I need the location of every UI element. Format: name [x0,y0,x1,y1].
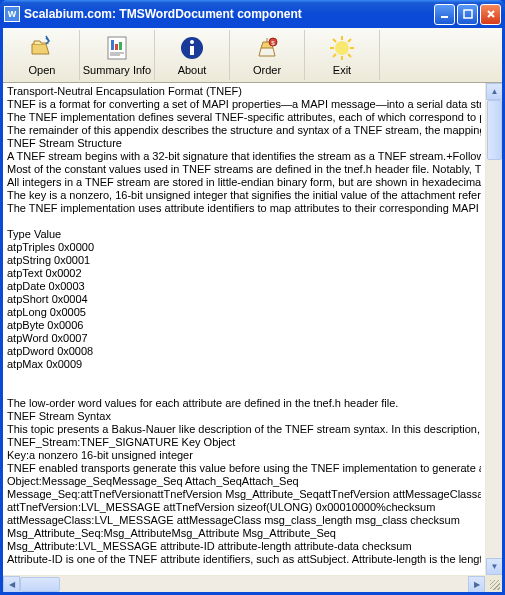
text-line: Msg_Attribute_Seq:Msg_AttributeMsg_Attri… [7,527,481,540]
text-line [7,371,481,384]
text-line: atpText 0x0002 [7,267,481,280]
text-line: TNEF Stream Syntax [7,410,481,423]
open-label: Open [29,64,56,76]
text-line: Most of the constant values used in TNEF… [7,163,481,176]
text-line: TNEF enabled transports generate this va… [7,462,481,475]
text-line: atpByte 0x0006 [7,319,481,332]
about-label: About [178,64,207,76]
open-button[interactable]: Open [5,30,80,80]
resize-grip[interactable] [485,575,502,592]
text-line: This topic presents a Bakus-Nauer like d… [7,423,481,436]
text-line: The TNEF implementation defines several … [7,111,481,124]
text-line [7,215,481,228]
close-button[interactable] [480,4,501,25]
svg-rect-3 [111,40,114,50]
app-icon: W [4,6,20,22]
scroll-right-button[interactable]: ▶ [468,576,485,592]
order-button[interactable]: $ Order [230,30,305,80]
text-line: atpLong 0x0005 [7,306,481,319]
content-area: Transport-Neutral Encapsulation Format (… [3,83,502,592]
text-line: atpWord 0x0007 [7,332,481,345]
about-button[interactable]: About [155,30,230,80]
document-text[interactable]: Transport-Neutral Encapsulation Format (… [3,83,485,575]
text-line: atpMax 0x0009 [7,358,481,371]
window-buttons [434,4,501,25]
text-line: The remainder of this appendix describes… [7,124,481,137]
text-line: The key is a nonzero, 16-bit unsigned in… [7,189,481,202]
text-line: The low-order word values for each attri… [7,397,481,410]
text-line: TNEF_Stream:TNEF_SIGNATURE Key Object [7,436,481,449]
vertical-scrollbar[interactable]: ▲ ▼ [485,83,502,575]
vscroll-thumb[interactable] [487,100,502,160]
minimize-button[interactable] [434,4,455,25]
summary-info-icon [103,34,131,62]
text-line: atpString 0x0001 [7,254,481,267]
text-line: atpDate 0x0003 [7,280,481,293]
text-line: Type Value [7,228,481,241]
text-line: Object:Message_SeqMessage_Seq Attach_Seq… [7,475,481,488]
text-line: The TNEF implementation uses attribute i… [7,202,481,215]
summary-label: Summary Info [83,64,151,76]
svg-rect-5 [119,42,122,50]
exit-label: Exit [333,64,351,76]
text-line: TNEF is a format for converting a set of… [7,98,481,111]
text-line: atpTriples 0x0000 [7,241,481,254]
app-window: W Scalabium.com: TMSWordDocument compone… [0,0,505,595]
svg-point-11 [335,41,349,55]
toolbar: Open Summary Info About $ Order Exit [3,28,502,83]
client-area: Open Summary Info About $ Order Exit Tra… [3,28,502,592]
text-line: Msg_Attribute:LVL_MESSAGE attribute-ID a… [7,540,481,553]
svg-point-7 [190,40,194,44]
text-line: attTnefVersion:LVL_MESSAGE attTnefVersio… [7,501,481,514]
text-line: A TNEF stream begins with a 32-bit signa… [7,150,481,163]
svg-rect-0 [441,16,448,18]
info-icon [178,34,206,62]
svg-rect-8 [190,46,194,55]
text-line: attMessageClass:LVL_MESSAGE attMessageCl… [7,514,481,527]
scroll-up-button[interactable]: ▲ [486,83,502,100]
horizontal-scrollbar[interactable]: ◀ ▶ [3,575,485,592]
scroll-left-button[interactable]: ◀ [3,576,20,592]
text-line: Message_Seq:attTnefVersionattTnefVersion… [7,488,481,501]
exit-button[interactable]: Exit [305,30,380,80]
folder-open-icon [28,34,56,62]
maximize-button[interactable] [457,4,478,25]
order-icon: $ [253,34,281,62]
scroll-down-button[interactable]: ▼ [486,558,502,575]
text-line: Key:a nonzero 16-bit unsigned integer [7,449,481,462]
text-line: Attribute-ID is one of the TNEF attribut… [7,553,481,566]
exit-icon [328,34,356,62]
hscroll-thumb[interactable] [20,577,60,592]
svg-rect-1 [464,10,472,18]
text-line: TNEF Stream Structure [7,137,481,150]
titlebar[interactable]: W Scalabium.com: TMSWordDocument compone… [0,0,505,28]
svg-rect-4 [115,44,118,50]
window-title: Scalabium.com: TMSWordDocument component [24,7,434,21]
text-line: All integers in a TNEF stream are stored… [7,176,481,189]
text-line: atpShort 0x0004 [7,293,481,306]
order-label: Order [253,64,281,76]
summary-button[interactable]: Summary Info [80,30,155,80]
text-line: Transport-Neutral Encapsulation Format (… [7,85,481,98]
text-line [7,384,481,397]
text-line: atpDword 0x0008 [7,345,481,358]
